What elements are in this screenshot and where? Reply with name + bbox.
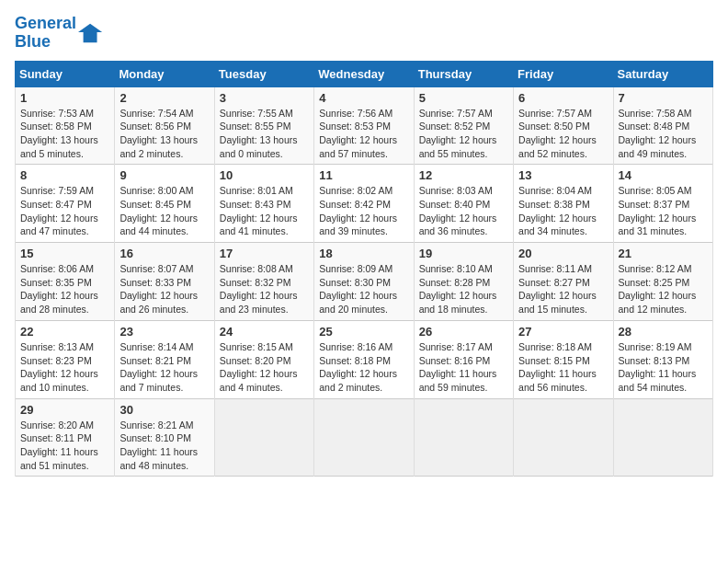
logo-text: General Blue (15, 15, 76, 52)
week-row-5: 29Sunrise: 8:20 AMSunset: 8:11 PMDayligh… (16, 398, 713, 477)
cell-details: Sunrise: 7:56 AMSunset: 8:53 PMDaylight:… (319, 107, 408, 161)
day-number: 21 (619, 247, 708, 260)
calendar-cell: 17Sunrise: 8:08 AMSunset: 8:32 PMDayligh… (214, 243, 313, 321)
calendar-cell: 26Sunrise: 8:17 AMSunset: 8:16 PMDayligh… (414, 320, 513, 398)
day-number: 9 (119, 168, 209, 182)
day-number: 3 (220, 91, 309, 105)
calendar-cell: 4Sunrise: 7:56 AMSunset: 8:53 PMDaylight… (314, 86, 414, 165)
cell-details: Sunrise: 7:53 AMSunset: 8:58 PMDaylight:… (20, 107, 109, 161)
day-number: 7 (619, 91, 708, 105)
day-number: 8 (20, 168, 109, 182)
day-number: 19 (419, 247, 508, 260)
day-number: 12 (419, 168, 508, 182)
cell-details: Sunrise: 8:00 AMSunset: 8:45 PMDaylight:… (119, 184, 209, 238)
day-number: 13 (518, 168, 608, 182)
calendar-cell: 28Sunrise: 8:19 AMSunset: 8:13 PMDayligh… (613, 320, 712, 398)
calendar-cell: 19Sunrise: 8:10 AMSunset: 8:28 PMDayligh… (414, 243, 513, 321)
calendar-cell (613, 398, 712, 477)
weekday-header-friday: Friday (514, 61, 613, 86)
header: General Blue (15, 15, 713, 52)
calendar-cell: 18Sunrise: 8:09 AMSunset: 8:30 PMDayligh… (314, 243, 414, 321)
calendar-cell: 5Sunrise: 7:57 AMSunset: 8:52 PMDaylight… (414, 86, 513, 165)
calendar-cell: 23Sunrise: 8:14 AMSunset: 8:21 PMDayligh… (115, 320, 214, 398)
day-number: 11 (319, 168, 408, 182)
day-number: 14 (619, 168, 708, 182)
calendar-cell: 20Sunrise: 8:11 AMSunset: 8:27 PMDayligh… (514, 243, 613, 321)
day-number: 5 (419, 91, 508, 105)
day-number: 26 (419, 325, 508, 339)
day-number: 10 (220, 168, 309, 182)
weekday-header-sunday: Sunday (16, 61, 115, 86)
calendar-cell: 8Sunrise: 7:59 AMSunset: 8:47 PMDaylight… (16, 165, 115, 243)
day-number: 1 (20, 91, 109, 105)
calendar-cell: 29Sunrise: 8:20 AMSunset: 8:11 PMDayligh… (16, 398, 115, 477)
calendar-cell: 27Sunrise: 8:18 AMSunset: 8:15 PMDayligh… (514, 320, 613, 398)
day-number: 15 (20, 247, 109, 260)
cell-details: Sunrise: 8:11 AMSunset: 8:27 PMDaylight:… (518, 262, 608, 316)
cell-details: Sunrise: 8:08 AMSunset: 8:32 PMDaylight:… (220, 262, 309, 316)
calendar-cell: 11Sunrise: 8:02 AMSunset: 8:42 PMDayligh… (314, 165, 414, 243)
cell-details: Sunrise: 8:21 AMSunset: 8:10 PMDaylight:… (119, 419, 209, 473)
cell-details: Sunrise: 8:16 AMSunset: 8:18 PMDaylight:… (319, 340, 408, 395)
cell-details: Sunrise: 8:01 AMSunset: 8:43 PMDaylight:… (220, 184, 309, 238)
weekday-header-saturday: Saturday (613, 61, 712, 86)
day-number: 4 (319, 91, 408, 105)
day-number: 22 (20, 325, 109, 339)
weekday-header-row: SundayMondayTuesdayWednesdayThursdayFrid… (16, 61, 713, 86)
calendar-cell (514, 398, 613, 477)
calendar-cell: 6Sunrise: 7:57 AMSunset: 8:50 PMDaylight… (514, 86, 613, 165)
calendar-cell: 14Sunrise: 8:05 AMSunset: 8:37 PMDayligh… (613, 165, 712, 243)
cell-details: Sunrise: 8:03 AMSunset: 8:40 PMDaylight:… (419, 184, 508, 238)
day-number: 27 (518, 325, 608, 339)
logo: General Blue (15, 15, 104, 52)
day-number: 28 (619, 325, 708, 339)
calendar-cell: 15Sunrise: 8:06 AMSunset: 8:35 PMDayligh… (16, 243, 115, 321)
calendar-cell: 24Sunrise: 8:15 AMSunset: 8:20 PMDayligh… (214, 320, 313, 398)
cell-details: Sunrise: 8:02 AMSunset: 8:42 PMDaylight:… (319, 184, 408, 238)
cell-details: Sunrise: 8:07 AMSunset: 8:33 PMDaylight:… (119, 262, 209, 316)
cell-details: Sunrise: 7:54 AMSunset: 8:56 PMDaylight:… (119, 107, 209, 161)
cell-details: Sunrise: 7:55 AMSunset: 8:55 PMDaylight:… (220, 107, 309, 161)
logo-icon (78, 20, 104, 46)
calendar-cell: 3Sunrise: 7:55 AMSunset: 8:55 PMDaylight… (214, 86, 313, 165)
day-number: 2 (119, 91, 209, 105)
cell-details: Sunrise: 7:57 AMSunset: 8:52 PMDaylight:… (419, 107, 508, 161)
calendar-cell: 1Sunrise: 7:53 AMSunset: 8:58 PMDaylight… (16, 86, 115, 165)
cell-details: Sunrise: 8:10 AMSunset: 8:28 PMDaylight:… (419, 262, 508, 316)
day-number: 30 (119, 403, 209, 417)
cell-details: Sunrise: 8:13 AMSunset: 8:23 PMDaylight:… (20, 340, 109, 395)
cell-details: Sunrise: 8:15 AMSunset: 8:20 PMDaylight:… (220, 340, 309, 395)
cell-details: Sunrise: 7:57 AMSunset: 8:50 PMDaylight:… (518, 107, 608, 161)
day-number: 17 (220, 247, 309, 260)
calendar-cell: 16Sunrise: 8:07 AMSunset: 8:33 PMDayligh… (115, 243, 214, 321)
day-number: 20 (518, 247, 608, 260)
cell-details: Sunrise: 8:04 AMSunset: 8:38 PMDaylight:… (518, 184, 608, 238)
calendar-cell: 21Sunrise: 8:12 AMSunset: 8:25 PMDayligh… (613, 243, 712, 321)
calendar-cell: 2Sunrise: 7:54 AMSunset: 8:56 PMDaylight… (115, 86, 214, 165)
calendar-cell: 22Sunrise: 8:13 AMSunset: 8:23 PMDayligh… (16, 320, 115, 398)
calendar-cell (314, 398, 414, 477)
day-number: 6 (518, 91, 608, 105)
svg-marker-0 (78, 24, 102, 43)
calendar-cell: 25Sunrise: 8:16 AMSunset: 8:18 PMDayligh… (314, 320, 414, 398)
weekday-header-thursday: Thursday (414, 61, 513, 86)
day-number: 16 (119, 247, 209, 260)
cell-details: Sunrise: 8:05 AMSunset: 8:37 PMDaylight:… (619, 184, 708, 238)
cell-details: Sunrise: 7:58 AMSunset: 8:48 PMDaylight:… (619, 107, 708, 161)
weekday-header-tuesday: Tuesday (214, 61, 313, 86)
weekday-header-monday: Monday (115, 61, 214, 86)
day-number: 18 (319, 247, 408, 260)
cell-details: Sunrise: 8:14 AMSunset: 8:21 PMDaylight:… (119, 340, 209, 395)
cell-details: Sunrise: 8:09 AMSunset: 8:30 PMDaylight:… (319, 262, 408, 316)
calendar: SundayMondayTuesdayWednesdayThursdayFrid… (15, 61, 713, 477)
week-row-2: 8Sunrise: 7:59 AMSunset: 8:47 PMDaylight… (16, 165, 713, 243)
day-number: 24 (220, 325, 309, 339)
cell-details: Sunrise: 8:20 AMSunset: 8:11 PMDaylight:… (20, 419, 109, 473)
week-row-4: 22Sunrise: 8:13 AMSunset: 8:23 PMDayligh… (16, 320, 713, 398)
day-number: 23 (119, 325, 209, 339)
calendar-cell: 12Sunrise: 8:03 AMSunset: 8:40 PMDayligh… (414, 165, 513, 243)
cell-details: Sunrise: 8:06 AMSunset: 8:35 PMDaylight:… (20, 262, 109, 316)
cell-details: Sunrise: 8:12 AMSunset: 8:25 PMDaylight:… (619, 262, 708, 316)
cell-details: Sunrise: 8:17 AMSunset: 8:16 PMDaylight:… (419, 340, 508, 395)
calendar-cell: 13Sunrise: 8:04 AMSunset: 8:38 PMDayligh… (514, 165, 613, 243)
